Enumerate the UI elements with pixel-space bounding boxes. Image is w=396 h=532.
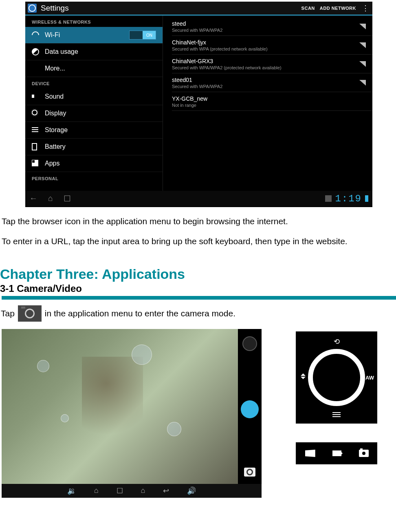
- vol-up-button[interactable]: 🔊: [187, 486, 196, 495]
- network-name: ChinaNet-fjyx: [172, 39, 268, 46]
- network-sub: Secured with WPA (protected network avai…: [172, 46, 268, 51]
- tap-pre: Tap: [1, 309, 15, 318]
- menu-storage-label: Storage: [45, 126, 68, 134]
- camera-screenshot: 🔉 ⌂ ☐ ⌂ ↩ 🔊: [2, 329, 262, 498]
- menu-battery-label: Battery: [45, 143, 66, 150]
- settings-left-panel: WIRELESS & NETWORKS Wi-Fi ON Data usage …: [25, 15, 163, 191]
- battery-status-icon: [365, 195, 368, 202]
- settings-title: Settings: [41, 4, 301, 13]
- apps-icon: [32, 160, 39, 167]
- settings-sliders-icon[interactable]: [332, 412, 341, 418]
- tap-instruction: Tap in the application menu to enter the…: [1, 305, 396, 322]
- settings-topbar: Settings SCAN ADD NETWORK ⋮: [25, 2, 372, 15]
- topbar-actions: SCAN ADD NETWORK: [301, 6, 359, 11]
- network-name: ChinaNet-GRX3: [172, 58, 282, 64]
- bubble: [167, 422, 181, 436]
- wifi-network-list: steedSecured with WPA/WPA2 ChinaNet-fjyx…: [163, 15, 372, 191]
- menu-battery[interactable]: Battery: [25, 139, 163, 155]
- white-balance-icon[interactable]: AW: [365, 374, 374, 380]
- menu-apps[interactable]: Apps: [25, 155, 163, 172]
- camera-settings-dial: ⟲ AW: [296, 331, 377, 424]
- network-row[interactable]: YX-GCB_newNot in range: [172, 92, 372, 111]
- camera-mode-icon[interactable]: [244, 468, 255, 477]
- back-button[interactable]: ↩: [163, 486, 169, 495]
- menu-data-label: Data usage: [45, 48, 78, 55]
- dial-ring[interactable]: [308, 349, 365, 406]
- camera-side-column: ⟲ AW: [296, 329, 381, 464]
- photo-subject: [82, 357, 143, 446]
- display-icon: [32, 110, 39, 117]
- shutter-button[interactable]: [241, 400, 259, 418]
- bubble: [61, 414, 69, 422]
- menu-more-label: More...: [45, 65, 65, 72]
- download-indicator-icon: [325, 195, 332, 202]
- network-sub: Secured with WPA/WPA2: [172, 84, 222, 89]
- back-button[interactable]: ←: [29, 194, 37, 203]
- storage-icon: [32, 126, 39, 134]
- network-row[interactable]: steedSecured with WPA/WPA2: [172, 17, 372, 36]
- scan-button[interactable]: SCAN: [301, 6, 315, 11]
- photo-mode-icon[interactable]: [359, 450, 369, 457]
- menu-data-usage[interactable]: Data usage: [25, 44, 163, 60]
- vol-down-button[interactable]: 🔉: [67, 486, 76, 495]
- wifi-icon: [32, 31, 39, 39]
- wifi-signal-icon: [359, 24, 366, 29]
- panorama-mode-icon[interactable]: [305, 450, 315, 457]
- menu-wifi[interactable]: Wi-Fi ON: [25, 27, 163, 44]
- network-sub: Secured with WPA/WPA2: [172, 28, 222, 33]
- battery-icon: [32, 143, 39, 150]
- menu-display-label: Display: [45, 110, 66, 117]
- bubble: [37, 360, 49, 372]
- add-network-button[interactable]: ADD NETWORK: [320, 6, 356, 11]
- android-navbar: ← ⌂ ☐ 1:19: [25, 191, 372, 206]
- menu-storage[interactable]: Storage: [25, 122, 163, 139]
- recents-button[interactable]: ☐: [64, 194, 71, 203]
- camera-right-strip: [238, 329, 262, 484]
- network-name: YX-GCB_new: [172, 95, 207, 102]
- menu-apps-label: Apps: [45, 160, 59, 167]
- category-personal: PERSONAL: [25, 172, 163, 183]
- chapter-heading: Chapter Three: Applications: [0, 266, 396, 282]
- category-wireless: WIRELESS & NETWORKS: [25, 15, 163, 27]
- menu-sound-label: Sound: [45, 93, 64, 100]
- camera-navbar: 🔉 ⌂ ☐ ⌂ ↩ 🔊: [2, 484, 262, 498]
- overflow-menu-icon[interactable]: ⋮: [359, 6, 372, 11]
- data-usage-icon: [32, 48, 39, 55]
- camera-viewfinder[interactable]: [2, 329, 238, 484]
- menu-display[interactable]: Display: [25, 105, 163, 122]
- camera-mode-strip: [296, 442, 377, 464]
- category-device: DEVICE: [25, 77, 163, 88]
- tap-post: in the application menu to enter the cam…: [45, 309, 235, 318]
- sound-icon: [32, 93, 39, 100]
- menu-wifi-label: Wi-Fi: [45, 31, 60, 39]
- subchapter-heading: 3-1 Camera/Video: [0, 283, 396, 294]
- camera-app-icon: [18, 305, 42, 322]
- menu-sound[interactable]: Sound: [25, 88, 163, 105]
- home-button[interactable]: ⌂: [94, 486, 99, 495]
- network-row[interactable]: ChinaNet-GRX3Secured with WPA/WPA2 (prot…: [172, 55, 372, 73]
- clock: 1:19: [335, 193, 362, 204]
- gallery-thumbnail[interactable]: [242, 336, 257, 351]
- wifi-signal-icon: [359, 80, 366, 86]
- divider-rule: [2, 296, 396, 300]
- home-button[interactable]: ⌂: [48, 194, 53, 203]
- network-sub: Secured with WPA/WPA2 (protected network…: [172, 65, 282, 70]
- exposure-icon[interactable]: [299, 373, 307, 382]
- switch-camera-icon[interactable]: ⟲: [334, 337, 340, 346]
- settings-gear-icon: [28, 4, 37, 13]
- wifi-signal-icon: [359, 42, 366, 48]
- bubble: [132, 344, 152, 365]
- wifi-signal-icon: [359, 61, 366, 67]
- home-alt-button[interactable]: ⌂: [141, 486, 145, 495]
- network-name: steed: [172, 20, 222, 27]
- network-name: steed01: [172, 77, 222, 83]
- video-mode-icon[interactable]: [332, 450, 341, 456]
- menu-more[interactable]: More...: [25, 60, 163, 77]
- network-row[interactable]: ChinaNet-fjyxSecured with WPA (protected…: [172, 36, 372, 55]
- network-sub: Not in range: [172, 103, 207, 108]
- network-row[interactable]: steed01Secured with WPA/WPA2: [172, 73, 372, 92]
- paragraph-url: To enter in a URL, tap the input area to…: [2, 235, 396, 247]
- settings-screenshot: Settings SCAN ADD NETWORK ⋮ WIRELESS & N…: [25, 2, 372, 207]
- wifi-toggle[interactable]: ON: [129, 31, 156, 40]
- recents-button[interactable]: ☐: [117, 486, 123, 495]
